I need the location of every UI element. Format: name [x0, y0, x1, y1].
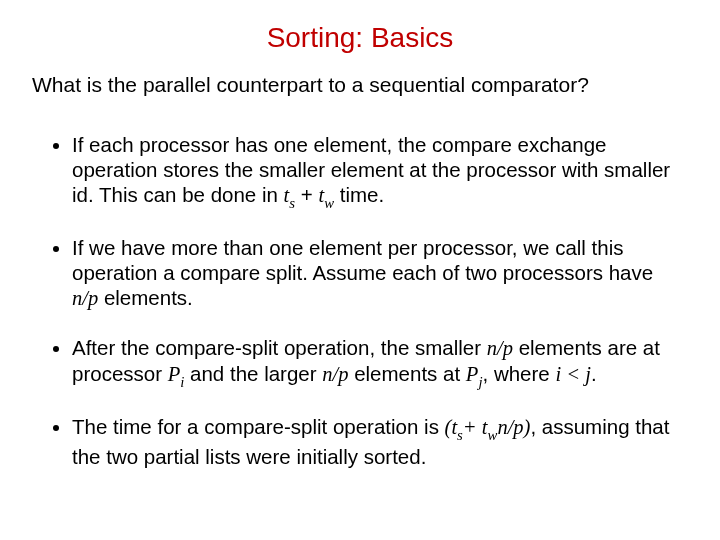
text: , where — [482, 362, 555, 385]
var-P: P — [466, 363, 479, 385]
bullet-2: If we have more than one element per pro… — [72, 235, 680, 311]
bullet-3: After the compare-split operation, the s… — [72, 335, 680, 390]
text: If we have more than one element per pro… — [72, 236, 653, 284]
var-P: P — [168, 363, 181, 385]
text: elements at — [348, 362, 465, 385]
rel-ij: i < j — [555, 363, 590, 385]
slide: Sorting: Basics What is the parallel cou… — [0, 0, 720, 540]
var-np: n/p — [487, 337, 513, 359]
var-np: n/p — [322, 363, 348, 385]
text: time. — [334, 183, 384, 206]
sub-w: w — [324, 195, 334, 211]
var-tw: t — [482, 416, 488, 438]
text: The time for a compare-split operation i… — [72, 415, 445, 438]
plus: + — [463, 416, 482, 438]
sub-j: j — [478, 374, 482, 390]
bullet-1: If each processor has one element, the c… — [72, 132, 680, 211]
bullet-4: The time for a compare-split operation i… — [72, 414, 680, 468]
var-np: n/p — [497, 416, 523, 438]
sub-i: i — [180, 374, 184, 390]
var-np: n/p — [72, 287, 98, 309]
intro-question: What is the parallel counterpart to a se… — [32, 72, 690, 98]
text: . — [591, 362, 597, 385]
slide-title: Sorting: Basics — [30, 22, 690, 54]
text: and the larger — [184, 362, 322, 385]
text: elements. — [98, 286, 193, 309]
text: After the compare-split operation, the s… — [72, 336, 487, 359]
sub-s: s — [289, 195, 295, 211]
bullet-list: If each processor has one element, the c… — [30, 132, 690, 468]
sub-s: s — [457, 427, 463, 443]
sub-w: w — [488, 427, 498, 443]
plus: + — [295, 183, 318, 206]
